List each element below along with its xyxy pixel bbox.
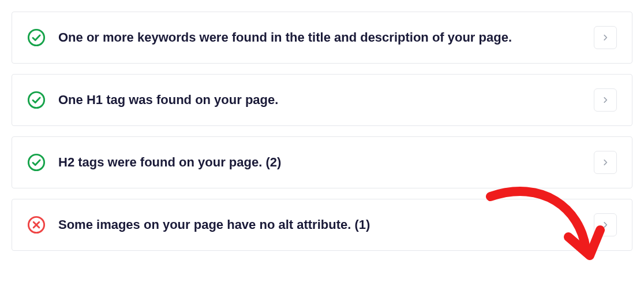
check-row: H2 tags were found on your page. (2) [12,136,632,188]
expand-button[interactable] [594,151,617,174]
check-pass-icon [27,153,46,172]
seo-check-panel: One or more keywords were found in the t… [12,12,632,251]
chevron-right-icon [601,96,609,104]
check-row: One H1 tag was found on your page. [12,74,632,126]
check-message: Some images on your page have no alt att… [58,217,581,233]
svg-point-2 [28,154,44,170]
check-fail-icon [27,216,46,234]
expand-button[interactable] [594,213,617,236]
check-message: H2 tags were found on your page. (2) [58,154,581,171]
expand-button[interactable] [594,88,617,112]
expand-button[interactable] [594,26,617,49]
chevron-right-icon [601,158,609,166]
check-message: One or more keywords were found in the t… [58,29,581,46]
check-pass-icon [27,28,46,47]
svg-point-1 [28,92,44,108]
chevron-right-icon [601,34,609,42]
check-row: Some images on your page have no alt att… [12,199,632,251]
check-pass-icon [27,91,46,109]
check-list: One or more keywords were found in the t… [12,12,632,251]
check-row: One or more keywords were found in the t… [12,12,632,64]
check-message: One H1 tag was found on your page. [58,92,581,108]
svg-point-0 [28,29,44,45]
chevron-right-icon [601,221,609,229]
